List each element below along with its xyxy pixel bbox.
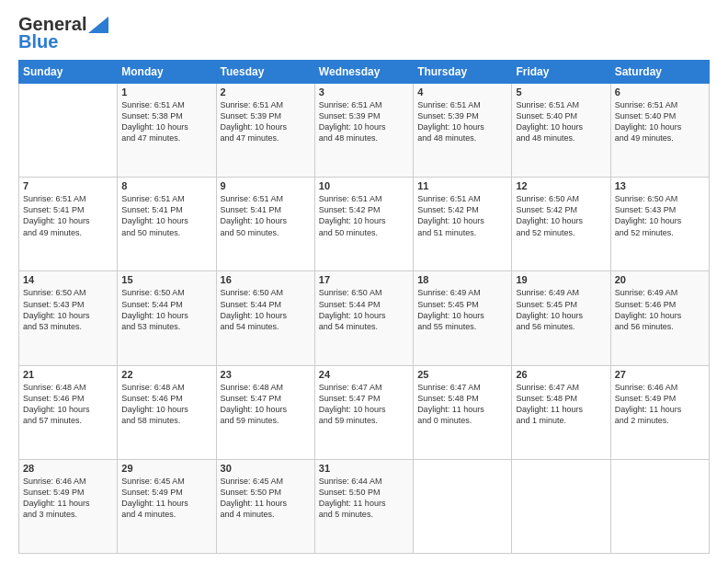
day-info: Sunrise: 6:51 AM Sunset: 5:41 PM Dayligh… bbox=[121, 193, 211, 238]
day-number: 3 bbox=[319, 86, 409, 98]
calendar-cell: 6Sunrise: 6:51 AM Sunset: 5:40 PM Daylig… bbox=[610, 84, 709, 178]
day-number: 16 bbox=[221, 274, 311, 285]
week-row-2: 7Sunrise: 6:51 AM Sunset: 5:41 PM Daylig… bbox=[19, 178, 710, 271]
day-number: 10 bbox=[319, 180, 409, 191]
weekday-header-row: SundayMondayTuesdayWednesdayThursdayFrid… bbox=[19, 61, 710, 84]
calendar-cell: 5Sunrise: 6:51 AM Sunset: 5:40 PM Daylig… bbox=[512, 84, 610, 178]
calendar-cell: 12Sunrise: 6:50 AM Sunset: 5:42 PM Dayli… bbox=[512, 178, 610, 271]
day-number: 8 bbox=[121, 180, 211, 191]
day-number: 7 bbox=[23, 180, 113, 191]
logo: General Blue bbox=[18, 14, 108, 52]
day-number: 30 bbox=[221, 463, 311, 474]
day-number: 15 bbox=[121, 274, 211, 285]
day-info: Sunrise: 6:51 AM Sunset: 5:41 PM Dayligh… bbox=[23, 193, 113, 238]
calendar-cell: 24Sunrise: 6:47 AM Sunset: 5:47 PM Dayli… bbox=[314, 365, 413, 459]
day-info: Sunrise: 6:46 AM Sunset: 5:49 PM Dayligh… bbox=[23, 476, 113, 521]
day-number: 21 bbox=[23, 369, 113, 380]
day-info: Sunrise: 6:51 AM Sunset: 5:42 PM Dayligh… bbox=[417, 193, 507, 238]
day-number: 17 bbox=[319, 274, 409, 285]
weekday-header-sunday: Sunday bbox=[19, 61, 118, 84]
weekday-header-saturday: Saturday bbox=[610, 61, 709, 84]
day-number: 18 bbox=[417, 274, 507, 285]
calendar-cell: 30Sunrise: 6:45 AM Sunset: 5:50 PM Dayli… bbox=[216, 459, 314, 553]
week-row-1: 1Sunrise: 6:51 AM Sunset: 5:38 PM Daylig… bbox=[19, 84, 710, 178]
day-number: 24 bbox=[319, 369, 409, 380]
day-info: Sunrise: 6:45 AM Sunset: 5:49 PM Dayligh… bbox=[121, 476, 211, 521]
day-info: Sunrise: 6:50 AM Sunset: 5:42 PM Dayligh… bbox=[516, 193, 606, 238]
calendar-cell: 4Sunrise: 6:51 AM Sunset: 5:39 PM Daylig… bbox=[414, 84, 512, 178]
day-info: Sunrise: 6:51 AM Sunset: 5:39 PM Dayligh… bbox=[417, 99, 507, 144]
calendar-cell: 8Sunrise: 6:51 AM Sunset: 5:41 PM Daylig… bbox=[118, 178, 216, 271]
day-number: 26 bbox=[516, 369, 606, 380]
calendar-cell bbox=[19, 84, 118, 178]
calendar-cell: 22Sunrise: 6:48 AM Sunset: 5:46 PM Dayli… bbox=[118, 365, 216, 459]
calendar-cell bbox=[414, 459, 512, 553]
day-number: 9 bbox=[221, 180, 311, 191]
day-number: 4 bbox=[417, 86, 507, 98]
day-info: Sunrise: 6:51 AM Sunset: 5:39 PM Dayligh… bbox=[319, 99, 409, 144]
day-number: 5 bbox=[516, 86, 606, 98]
calendar-cell: 10Sunrise: 6:51 AM Sunset: 5:42 PM Dayli… bbox=[314, 178, 413, 271]
calendar-cell: 2Sunrise: 6:51 AM Sunset: 5:39 PM Daylig… bbox=[216, 84, 314, 178]
day-info: Sunrise: 6:50 AM Sunset: 5:44 PM Dayligh… bbox=[221, 287, 311, 332]
page: General Blue SundayMondayTuesdayWednesda… bbox=[0, 0, 728, 563]
calendar-cell: 18Sunrise: 6:49 AM Sunset: 5:45 PM Dayli… bbox=[414, 271, 512, 365]
calendar-cell: 15Sunrise: 6:50 AM Sunset: 5:44 PM Dayli… bbox=[118, 271, 216, 365]
day-number: 13 bbox=[615, 180, 705, 191]
calendar-cell bbox=[512, 459, 610, 553]
day-number: 23 bbox=[221, 369, 311, 380]
logo-icon bbox=[88, 17, 108, 33]
day-info: Sunrise: 6:51 AM Sunset: 5:42 PM Dayligh… bbox=[319, 193, 409, 238]
day-info: Sunrise: 6:44 AM Sunset: 5:50 PM Dayligh… bbox=[319, 476, 409, 521]
week-row-4: 21Sunrise: 6:48 AM Sunset: 5:46 PM Dayli… bbox=[19, 365, 710, 459]
week-row-5: 28Sunrise: 6:46 AM Sunset: 5:49 PM Dayli… bbox=[19, 459, 710, 553]
day-info: Sunrise: 6:45 AM Sunset: 5:50 PM Dayligh… bbox=[221, 476, 311, 521]
calendar-cell: 14Sunrise: 6:50 AM Sunset: 5:43 PM Dayli… bbox=[19, 271, 118, 365]
day-number: 1 bbox=[121, 86, 211, 98]
calendar-cell: 29Sunrise: 6:45 AM Sunset: 5:49 PM Dayli… bbox=[118, 459, 216, 553]
weekday-header-thursday: Thursday bbox=[414, 61, 512, 84]
day-info: Sunrise: 6:48 AM Sunset: 5:47 PM Dayligh… bbox=[221, 382, 311, 427]
weekday-header-friday: Friday bbox=[512, 61, 610, 84]
day-info: Sunrise: 6:50 AM Sunset: 5:44 PM Dayligh… bbox=[319, 287, 409, 332]
calendar-cell: 27Sunrise: 6:46 AM Sunset: 5:49 PM Dayli… bbox=[610, 365, 709, 459]
day-number: 11 bbox=[417, 180, 507, 191]
calendar-cell: 26Sunrise: 6:47 AM Sunset: 5:48 PM Dayli… bbox=[512, 365, 610, 459]
day-info: Sunrise: 6:47 AM Sunset: 5:48 PM Dayligh… bbox=[516, 382, 606, 427]
day-info: Sunrise: 6:49 AM Sunset: 5:45 PM Dayligh… bbox=[417, 287, 507, 332]
calendar-cell: 7Sunrise: 6:51 AM Sunset: 5:41 PM Daylig… bbox=[19, 178, 118, 271]
day-info: Sunrise: 6:51 AM Sunset: 5:41 PM Dayligh… bbox=[221, 193, 311, 238]
weekday-header-monday: Monday bbox=[118, 61, 216, 84]
calendar-cell: 21Sunrise: 6:48 AM Sunset: 5:46 PM Dayli… bbox=[19, 365, 118, 459]
week-row-3: 14Sunrise: 6:50 AM Sunset: 5:43 PM Dayli… bbox=[19, 271, 710, 365]
day-info: Sunrise: 6:50 AM Sunset: 5:44 PM Dayligh… bbox=[121, 287, 211, 332]
calendar-cell: 1Sunrise: 6:51 AM Sunset: 5:38 PM Daylig… bbox=[118, 84, 216, 178]
day-info: Sunrise: 6:46 AM Sunset: 5:49 PM Dayligh… bbox=[615, 382, 705, 427]
calendar-cell: 25Sunrise: 6:47 AM Sunset: 5:48 PM Dayli… bbox=[414, 365, 512, 459]
day-number: 22 bbox=[121, 369, 211, 380]
day-info: Sunrise: 6:51 AM Sunset: 5:40 PM Dayligh… bbox=[615, 99, 705, 144]
day-info: Sunrise: 6:49 AM Sunset: 5:46 PM Dayligh… bbox=[615, 287, 705, 332]
calendar-cell: 20Sunrise: 6:49 AM Sunset: 5:46 PM Dayli… bbox=[610, 271, 709, 365]
day-info: Sunrise: 6:48 AM Sunset: 5:46 PM Dayligh… bbox=[121, 382, 211, 427]
day-number: 19 bbox=[516, 274, 606, 285]
calendar-cell: 16Sunrise: 6:50 AM Sunset: 5:44 PM Dayli… bbox=[216, 271, 314, 365]
day-info: Sunrise: 6:49 AM Sunset: 5:45 PM Dayligh… bbox=[516, 287, 606, 332]
calendar-cell bbox=[610, 459, 709, 553]
logo-blue: Blue bbox=[18, 31, 58, 52]
day-number: 31 bbox=[319, 463, 409, 474]
weekday-header-wednesday: Wednesday bbox=[314, 61, 413, 84]
day-info: Sunrise: 6:48 AM Sunset: 5:46 PM Dayligh… bbox=[23, 382, 113, 427]
day-number: 25 bbox=[417, 369, 507, 380]
header: General Blue bbox=[18, 14, 710, 52]
day-number: 2 bbox=[221, 86, 311, 98]
day-number: 27 bbox=[615, 369, 705, 380]
day-info: Sunrise: 6:47 AM Sunset: 5:48 PM Dayligh… bbox=[417, 382, 507, 427]
day-number: 29 bbox=[121, 463, 211, 474]
calendar-cell: 9Sunrise: 6:51 AM Sunset: 5:41 PM Daylig… bbox=[216, 178, 314, 271]
day-number: 28 bbox=[23, 463, 113, 474]
day-info: Sunrise: 6:50 AM Sunset: 5:43 PM Dayligh… bbox=[23, 287, 113, 332]
svg-marker-0 bbox=[88, 17, 108, 33]
day-number: 20 bbox=[615, 274, 705, 285]
calendar-cell: 3Sunrise: 6:51 AM Sunset: 5:39 PM Daylig… bbox=[314, 84, 413, 178]
